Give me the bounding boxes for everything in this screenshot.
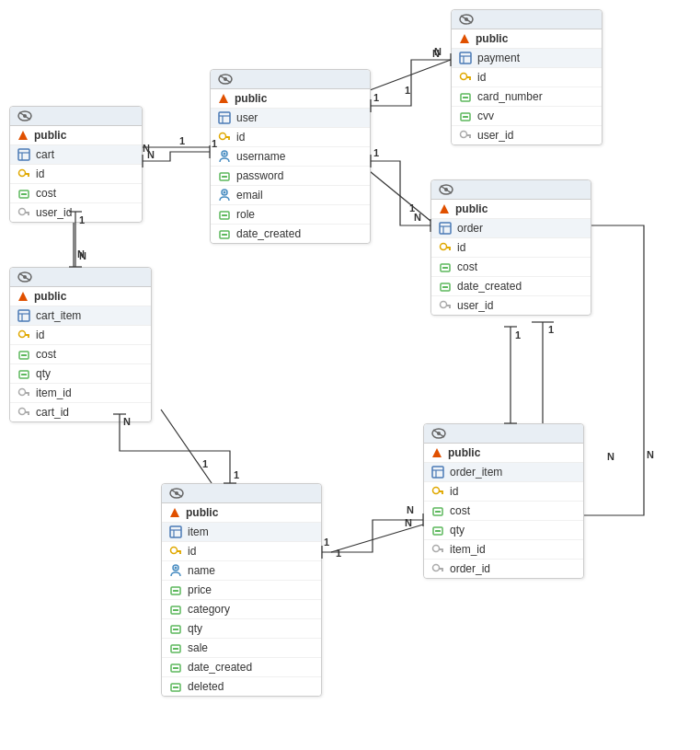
table-icon-cart	[17, 148, 30, 161]
svg-point-137	[433, 546, 440, 552]
svg-point-130	[433, 488, 440, 494]
svg-rect-44	[28, 213, 29, 215]
field-orderitem-itemid-label: item_id	[450, 543, 486, 556]
pk-icon-order	[439, 241, 452, 254]
svg-point-108	[444, 188, 448, 191]
svg-rect-97	[466, 76, 471, 78]
rel-label-orderitem-item-n: N	[405, 517, 412, 528]
field-icon-item-sale	[169, 641, 182, 654]
field-user-username: username	[211, 147, 370, 167]
field-payment-id-label: id	[477, 71, 486, 84]
svg-rect-122	[449, 306, 451, 308]
field-cart-cost-label: cost	[36, 187, 56, 200]
svg-rect-134	[435, 511, 441, 513]
field-payment-cardnumber: card_number	[452, 87, 602, 107]
svg-rect-61	[28, 394, 29, 396]
field-orderitem-id: id	[424, 482, 583, 502]
svg-rect-100	[463, 97, 468, 98]
fk-icon-payment	[459, 129, 472, 142]
table-icon-cartitem	[17, 309, 30, 322]
svg-point-47	[23, 275, 27, 279]
field-cartitem-itemid-label: item_id	[36, 387, 72, 399]
field-item-id-label: id	[188, 545, 196, 558]
svg-rect-23	[222, 176, 227, 178]
field-user-id: id	[211, 128, 370, 147]
field-cart-cost: cost	[10, 184, 142, 203]
svg-point-113	[441, 244, 447, 250]
field-icon-orderitem-qty	[431, 524, 444, 537]
lbl-user-cart-1: 1	[212, 138, 217, 149]
schema-label-item: public	[186, 506, 218, 519]
table-order-item: public order_item id cost qty	[423, 423, 584, 579]
table-icon-orderitem	[431, 466, 444, 479]
field-order-id: id	[431, 238, 591, 258]
table-cart-name: cart	[10, 145, 142, 165]
table-cart: public cart id cost user_id	[9, 106, 143, 223]
field-icon-cartitem-cost	[17, 348, 30, 361]
field-item-datecreated-label: date_created	[188, 661, 252, 674]
lbl-cart-n: N	[147, 149, 155, 160]
rel-label-order-orderitem-1: 1	[548, 324, 554, 335]
table-user-table-name: user	[236, 111, 258, 124]
table-order: public order id cost date_created	[430, 179, 591, 316]
field-icon-order-datecreated	[439, 280, 452, 293]
svg-marker-33	[18, 131, 28, 140]
field-cartitem-id: id	[10, 326, 151, 345]
hide-icon-cartitem	[17, 271, 32, 283]
fk-icon-orderitem-order	[431, 562, 444, 575]
field-icon-item-category	[169, 603, 182, 616]
hide-icon	[218, 74, 233, 85]
svg-rect-139	[442, 550, 443, 552]
table-cartitem-table-name: cart_item	[36, 309, 81, 322]
lbl-user-payment-1: 1	[373, 92, 379, 103]
svg-rect-18	[225, 136, 230, 138]
field-cartitem-itemid: item_id	[10, 384, 151, 403]
field-item-category: category	[162, 600, 321, 619]
svg-rect-117	[442, 267, 448, 269]
field-order-datecreated: date_created	[431, 277, 591, 296]
fk-icon-order	[439, 299, 452, 312]
svg-rect-60	[25, 392, 29, 394]
field-payment-id: id	[452, 68, 602, 87]
fk-icon-cartitem-cart	[17, 406, 30, 419]
field-user-email: email	[211, 186, 370, 205]
field-orderitem-qty-label: qty	[450, 524, 465, 537]
table-order-header	[431, 180, 591, 200]
svg-rect-27	[222, 214, 227, 216]
svg-rect-63	[25, 411, 29, 413]
field-payment-cvv-label: cvv	[477, 110, 494, 122]
hide-icon-orderitem	[431, 428, 446, 439]
field-order-userid: user_id	[431, 296, 591, 315]
rel-label-item-orderitem-1: 1	[336, 548, 341, 559]
svg-point-17	[220, 133, 226, 140]
field-icon-payment-cvv	[459, 110, 472, 122]
field-order-datecreated-label: date_created	[457, 280, 522, 293]
field-icon3	[218, 227, 231, 240]
table-payment-header	[452, 10, 602, 29]
field-item-sale: sale	[162, 639, 321, 658]
pk-icon-item	[169, 545, 182, 558]
field-item-name: name	[162, 561, 321, 581]
field-icon-item-datecreated	[169, 661, 182, 674]
field-orderitem-cost-label: cost	[450, 504, 470, 517]
svg-rect-136	[435, 530, 441, 532]
hide-icon-cart	[17, 110, 32, 121]
field-orderitem-itemid: item_id	[424, 540, 583, 560]
table-payment-table-name: payment	[477, 52, 520, 64]
rel-label-item-cartitem-1: 1	[202, 458, 208, 469]
table-item-header	[162, 484, 321, 503]
field-cart-userid: user_id	[10, 203, 142, 222]
svg-point-25	[224, 191, 226, 194]
field-cartitem-cost-label: cost	[36, 348, 56, 361]
svg-line-6	[161, 410, 212, 483]
svg-rect-56	[21, 354, 27, 356]
svg-rect-80	[173, 609, 178, 611]
field-icon-orderitem-cost	[431, 504, 444, 517]
table-user: public user id username passw	[210, 69, 371, 244]
lbl-item-orderitem-1: 1	[324, 537, 329, 548]
field-item-datecreated: date_created	[162, 658, 321, 677]
svg-rect-93	[460, 52, 471, 63]
svg-rect-142	[442, 570, 443, 571]
table-order-name: order	[431, 219, 591, 238]
hide-icon-item	[169, 488, 184, 499]
